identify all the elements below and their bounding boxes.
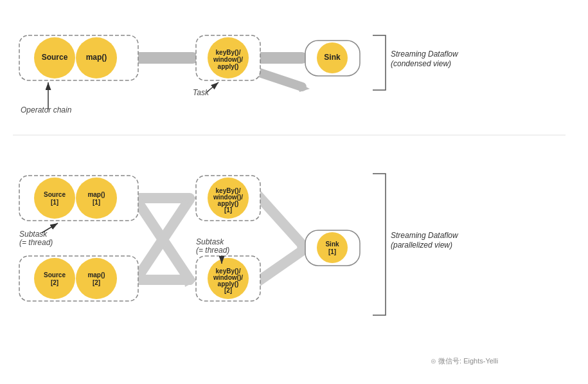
- source-index-1: [1]: [51, 199, 58, 206]
- subtask-label-1-line1: Subtask: [19, 230, 48, 239]
- streaming-label-top-2: (condensed view): [391, 59, 451, 68]
- streaming-label-top-1: Streaming Dataflow: [391, 50, 459, 59]
- source-label-1: Source: [44, 191, 66, 198]
- watermark-text: ⊙ 微信号: Eights-Yelli: [431, 357, 498, 365]
- map-label-1: map(): [87, 191, 105, 198]
- subtask-label-2-line2: (= thread): [196, 246, 229, 255]
- source-index-2: [2]: [51, 279, 58, 286]
- keyby-label-top-3: apply(): [218, 63, 239, 70]
- keyby-index-1: [1]: [224, 206, 232, 214]
- task-arrow: [207, 82, 218, 92]
- map-label-top: map(): [86, 53, 107, 62]
- source-label-2: Source: [44, 271, 66, 279]
- source-label-top: Source: [42, 53, 68, 62]
- bracket-top: [373, 35, 386, 90]
- diagram-container: Source map() keyBy()/ window()/ apply() …: [0, 0, 588, 384]
- arrow-top-3: [254, 71, 302, 87]
- map-index-1: [1]: [93, 199, 100, 206]
- subtask-arrow-1: [42, 223, 58, 233]
- task-label: Task: [193, 88, 209, 97]
- keyby-index-2: [2]: [224, 287, 232, 294]
- arrow-keyby2-sink: [256, 251, 302, 283]
- subtask-label-1-line2: (= thread): [19, 238, 53, 247]
- sink-label-1: Sink: [325, 241, 339, 248]
- keyby-label-top-2: window()/: [213, 56, 243, 63]
- map-index-2: [2]: [93, 279, 100, 286]
- operator-chain-label: Operator chain: [21, 105, 72, 114]
- streaming-label-bot-1: Streaming Dataflow: [391, 231, 459, 240]
- main-diagram: Source map() keyBy()/ window()/ apply() …: [0, 0, 588, 384]
- sink-index-1: [1]: [328, 248, 336, 255]
- bracket-bottom: [373, 174, 386, 315]
- sink-label-top: Sink: [324, 53, 341, 62]
- subtask-label-2-line1: Subtask: [196, 237, 224, 246]
- keyby-label-top-1: keyBy()/: [216, 49, 241, 56]
- streaming-label-bot-2: (parallelized view): [391, 241, 452, 250]
- map-label-2: map(): [87, 271, 105, 279]
- arrow-keyby1-sink: [256, 193, 302, 244]
